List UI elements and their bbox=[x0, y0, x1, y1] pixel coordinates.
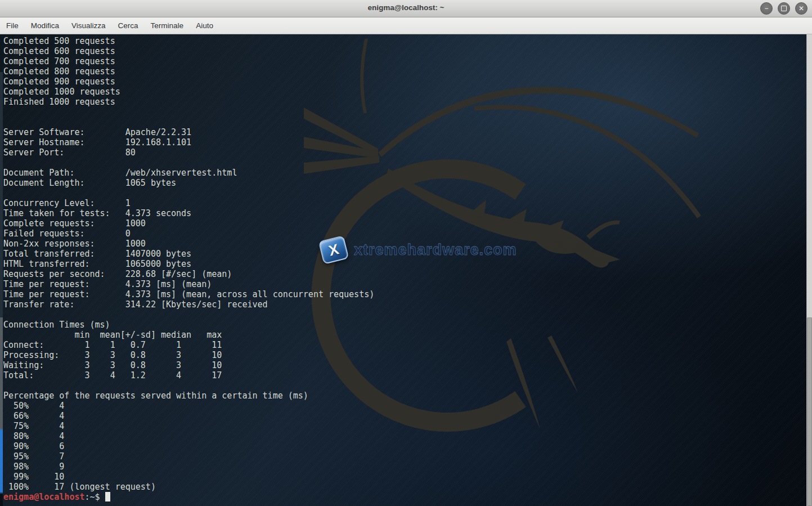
maximize-button[interactable] bbox=[778, 2, 790, 15]
menu-item-file[interactable]: File bbox=[0, 17, 25, 34]
minimize-icon: − bbox=[764, 5, 768, 12]
menu-item-modifica[interactable]: Modifica bbox=[25, 17, 65, 34]
ab-output-text: Completed 500 requests Completed 600 req… bbox=[3, 36, 374, 492]
terminal-cursor bbox=[105, 492, 110, 501]
scrollbar-thumb[interactable] bbox=[807, 317, 812, 506]
terminal-output: Completed 500 requests Completed 600 req… bbox=[3, 36, 374, 502]
maximize-icon bbox=[781, 6, 787, 11]
desktop-edge-strip bbox=[0, 34, 3, 506]
minimize-button[interactable]: − bbox=[760, 2, 773, 15]
titlebar: enigma@localhost: ~ − ✕ bbox=[0, 0, 812, 17]
menubar: File Modifica Visualizza Cerca Terminale… bbox=[0, 17, 812, 34]
close-button[interactable]: ✕ bbox=[795, 2, 807, 15]
scrollbar[interactable] bbox=[806, 34, 812, 506]
prompt-user-host: enigma@localhost bbox=[3, 492, 85, 502]
prompt-suffix: :~$ bbox=[85, 492, 100, 502]
menu-item-visualizza[interactable]: Visualizza bbox=[65, 17, 112, 34]
xtremehardware-watermark-text: xtremehardware.com bbox=[354, 241, 517, 259]
window-title: enigma@localhost: ~ bbox=[0, 3, 812, 12]
menu-item-terminale[interactable]: Terminale bbox=[145, 17, 190, 34]
window-controls: − ✕ bbox=[760, 2, 807, 15]
menu-item-aiuto[interactable]: Aiuto bbox=[190, 17, 219, 34]
close-icon: ✕ bbox=[798, 5, 804, 12]
terminal-screen[interactable]: X xtremehardware.com Completed 500 reque… bbox=[0, 34, 812, 506]
menu-item-cerca[interactable]: Cerca bbox=[112, 17, 145, 34]
